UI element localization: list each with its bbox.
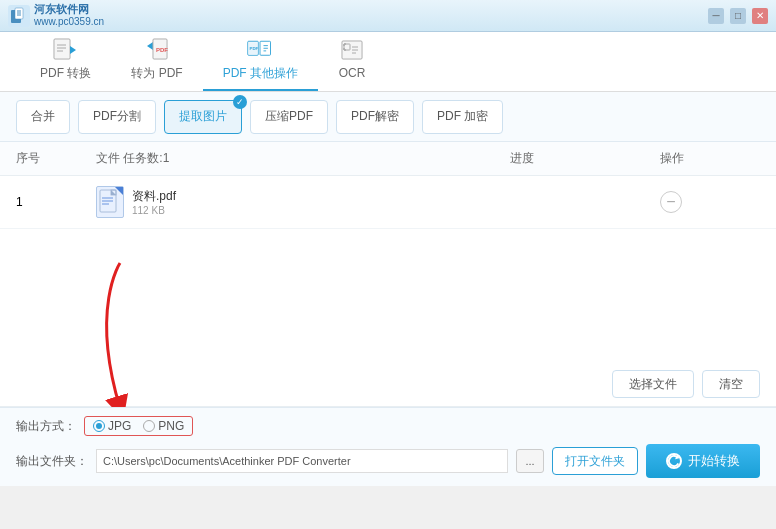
ocr-icon (338, 40, 366, 62)
radio-jpg-circle (93, 420, 105, 432)
radio-jpg-label: JPG (108, 419, 131, 433)
maximize-button[interactable]: □ (730, 8, 746, 24)
browse-folder-button[interactable]: ... (516, 449, 544, 473)
nav-ocr-label: OCR (339, 66, 366, 80)
svg-rect-7 (55, 40, 69, 58)
output-folder-label: 输出文件夹： (16, 453, 88, 470)
remove-file-button[interactable]: − (660, 191, 682, 213)
file-info: 资料.pdf 112 KB (96, 186, 510, 218)
row-actions: − (660, 191, 760, 213)
radio-png-circle (143, 420, 155, 432)
col-index: 序号 (16, 150, 96, 167)
close-button[interactable]: ✕ (752, 8, 768, 24)
col-file: 文件 任务数:1 (96, 150, 510, 167)
nav-pdf-convert-label: PDF 转换 (40, 65, 91, 82)
col-progress: 进度 (510, 150, 660, 167)
svg-text:PDF: PDF (156, 47, 168, 53)
merge-button[interactable]: 合并 (16, 100, 70, 134)
open-folder-button[interactable]: 打开文件夹 (552, 447, 638, 475)
window-controls: ─ □ ✕ (708, 8, 768, 24)
title-bar: 河东软件网 www.pc0359.cn ─ □ ✕ (0, 0, 776, 32)
svg-marker-11 (70, 46, 76, 54)
output-format-label: 输出方式： (16, 418, 76, 435)
output-folder-row: 输出文件夹： C:\Users\pc\Documents\Acethinker … (0, 440, 776, 486)
minimize-button[interactable]: ─ (708, 8, 724, 24)
file-details: 资料.pdf 112 KB (132, 188, 176, 216)
row-index: 1 (16, 195, 96, 209)
nav-to-pdf-label: 转为 PDF (131, 65, 182, 82)
table-header: 序号 文件 任务数:1 进度 操作 (0, 142, 776, 176)
file-list: 1 资料.pdf 112 KB (0, 176, 776, 362)
nav-pdf-other-label: PDF 其他操作 (223, 65, 298, 82)
table-row: 1 资料.pdf 112 KB (0, 176, 776, 229)
file-size: 112 KB (132, 205, 176, 216)
pdf-convert-icon (52, 39, 80, 61)
svg-marker-12 (147, 42, 153, 50)
format-radio-group: JPG PNG (84, 416, 193, 436)
svg-text:PDF: PDF (250, 46, 259, 51)
decrypt-button[interactable]: PDF解密 (336, 100, 414, 134)
bottom-section: 输出方式： JPG PNG 输出文件夹： C:\Users\pc\Documen… (0, 407, 776, 486)
nav-to-pdf[interactable]: PDF 转为 PDF (111, 31, 202, 91)
to-pdf-icon: PDF (143, 39, 171, 61)
start-convert-label: 开始转换 (688, 452, 740, 470)
file-action-bar: 选择文件 清空 (0, 362, 776, 407)
main-content: 序号 文件 任务数:1 进度 操作 1 (0, 142, 776, 362)
brand-url: www.pc0359.cn (34, 16, 104, 28)
clear-button[interactable]: 清空 (702, 370, 760, 398)
nav-pdf-other[interactable]: PDF PDF 其他操作 (203, 31, 318, 91)
start-convert-button[interactable]: 开始转换 (646, 444, 760, 478)
app-logo-icon (8, 5, 30, 27)
brand-name: 河东软件网 (34, 3, 104, 16)
sub-toolbar: 合并 PDF分割 提取图片 压缩PDF PDF解密 PDF 加密 (0, 92, 776, 142)
radio-png-label: PNG (158, 419, 184, 433)
encrypt-button[interactable]: PDF 加密 (422, 100, 503, 134)
file-type-icon (96, 186, 124, 218)
radio-jpg[interactable]: JPG (93, 419, 131, 433)
logo-area: 河东软件网 www.pc0359.cn (8, 3, 104, 28)
extract-image-button[interactable]: 提取图片 (164, 100, 242, 134)
nav-ocr[interactable]: OCR (318, 31, 386, 91)
split-button[interactable]: PDF分割 (78, 100, 156, 134)
radio-png[interactable]: PNG (143, 419, 184, 433)
folder-path-display: C:\Users\pc\Documents\Acethinker PDF Con… (96, 449, 508, 473)
file-name: 资料.pdf (132, 188, 176, 205)
select-file-button[interactable]: 选择文件 (612, 370, 694, 398)
nav-pdf-convert[interactable]: PDF 转换 (20, 31, 111, 91)
refresh-icon (666, 453, 682, 469)
pdf-other-icon: PDF (246, 39, 274, 61)
col-action: 操作 (660, 150, 760, 167)
output-format-row: 输出方式： JPG PNG (0, 408, 776, 440)
top-navigation: PDF 转换 PDF 转为 PDF PDF (0, 32, 776, 92)
compress-button[interactable]: 压缩PDF (250, 100, 328, 134)
